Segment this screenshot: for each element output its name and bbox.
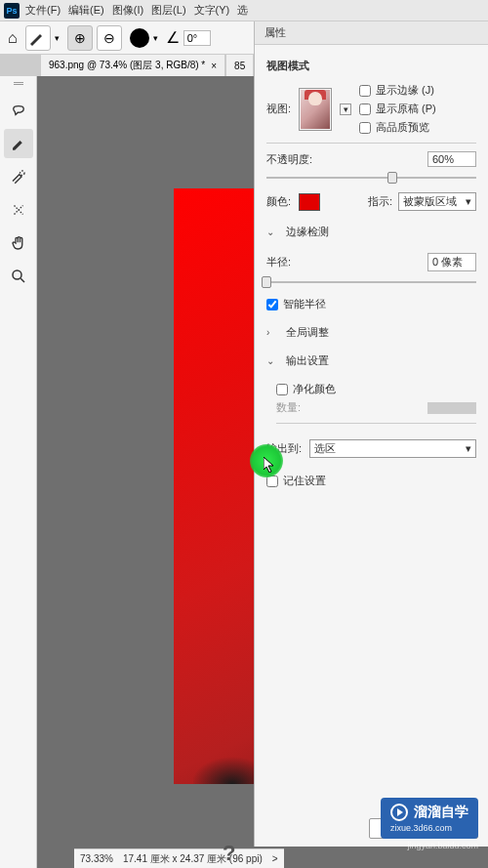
chevron-right-icon: › xyxy=(266,327,276,338)
subtract-mode-button[interactable]: ⊖ xyxy=(97,25,122,51)
output-to-label: 输出到: xyxy=(266,441,302,456)
section-edge-detection[interactable]: ⌄ 边缘检测 xyxy=(266,225,476,239)
chevron-right-icon[interactable]: > xyxy=(272,853,278,864)
tab-next[interactable]: 85 xyxy=(226,55,253,76)
radius-slider[interactable] xyxy=(266,275,476,289)
amount-label: 数量: xyxy=(276,400,301,415)
section-global-adjust[interactable]: › 全局调整 xyxy=(266,325,476,340)
checkbox-show-edges[interactable]: 显示边缘 (J) xyxy=(359,83,436,98)
angle-icon: ∠ xyxy=(166,28,180,47)
chevron-down-icon: ⌄ xyxy=(266,355,276,366)
view-thumbnail[interactable] xyxy=(299,88,332,131)
close-icon[interactable]: × xyxy=(211,61,217,71)
output-to-select[interactable]: 选区▾ xyxy=(309,439,476,458)
brush-tool[interactable] xyxy=(4,129,33,158)
chevron-down-icon: ▾ xyxy=(466,442,471,455)
watermark: 溜溜自学 zixue.3d66.com xyxy=(381,798,478,839)
radius-label: 半径: xyxy=(266,255,291,269)
doc-info: 17.41 厘米 x 24.37 厘米 (96 ppi) xyxy=(123,852,263,866)
properties-panel: 属性 视图模式 视图: ▾ 显示边缘 (J) 显示原稿 (P) 高品质预览 不透… xyxy=(254,21,488,847)
amount-bar xyxy=(427,402,476,414)
angle-input[interactable]: 0° xyxy=(183,30,211,46)
svg-point-1 xyxy=(13,270,21,279)
home-icon[interactable]: ⌂ xyxy=(8,29,18,47)
view-mode-title: 视图模式 xyxy=(266,59,476,73)
add-mode-button[interactable]: ⊕ xyxy=(67,25,93,51)
play-icon xyxy=(390,804,408,821)
hand-tool[interactable] xyxy=(4,228,33,258)
brush-size-preview[interactable] xyxy=(130,28,149,48)
color-label: 颜色: xyxy=(266,194,291,209)
menu-text[interactable]: 文字(Y) xyxy=(194,3,230,18)
view-label: 视图: xyxy=(266,102,291,116)
slider-thumb[interactable] xyxy=(387,172,397,184)
help-icon[interactable]: ? xyxy=(223,841,235,866)
menu-image[interactable]: 图像(I) xyxy=(112,3,143,18)
checkbox-smart-radius[interactable]: 智能半径 xyxy=(266,297,476,311)
toolbar-handle[interactable] xyxy=(14,82,23,88)
checkbox-show-original[interactable]: 显示原稿 (P) xyxy=(359,102,436,116)
indicate-label: 指示: xyxy=(368,194,392,209)
refine-tool[interactable] xyxy=(4,195,33,225)
left-toolbar xyxy=(0,76,37,868)
quick-select-tool[interactable] xyxy=(4,162,33,191)
zoom-tool[interactable] xyxy=(4,262,33,291)
tab-label: 85 xyxy=(234,61,245,71)
indicate-select[interactable]: 被蒙版区域▾ xyxy=(398,192,476,211)
panel-tab-properties[interactable]: 属性 xyxy=(255,21,488,45)
checkbox-remember[interactable]: 记住设置 xyxy=(266,474,476,488)
opacity-slider[interactable] xyxy=(266,171,476,185)
radius-input[interactable]: 0 像素 xyxy=(427,253,476,271)
menu-edit[interactable]: 编辑(E) xyxy=(68,3,104,18)
app-icon: Ps xyxy=(4,3,20,19)
menu-file[interactable]: 文件(F) xyxy=(25,3,61,18)
opacity-input[interactable]: 60% xyxy=(427,151,476,167)
dropdown-icon[interactable]: ▾ xyxy=(55,33,60,43)
svg-line-2 xyxy=(20,278,24,282)
checkbox-hq-preview[interactable]: 高品质预览 xyxy=(359,120,436,135)
lasso-tool[interactable] xyxy=(4,96,33,125)
menu-layer[interactable]: 图层(L) xyxy=(151,3,185,18)
chevron-down-icon: ⌄ xyxy=(266,227,276,237)
zoom-value[interactable]: 73.33% xyxy=(80,853,113,864)
brush-preset-picker[interactable] xyxy=(25,25,51,51)
slider-thumb[interactable] xyxy=(262,276,271,288)
menu-select[interactable]: 选 xyxy=(237,3,248,18)
section-output-settings[interactable]: ⌄ 输出设置 xyxy=(266,353,476,368)
chevron-down-icon: ▾ xyxy=(466,195,471,208)
view-dropdown[interactable]: ▾ xyxy=(340,103,351,115)
menubar: Ps 文件(F) 编辑(E) 图像(I) 图层(L) 文字(Y) 选 xyxy=(0,0,488,21)
opacity-label: 不透明度: xyxy=(266,152,312,167)
color-swatch[interactable] xyxy=(299,193,320,211)
tab-active[interactable]: 963.png @ 73.4% (图层 3, RGB/8) * × xyxy=(41,55,224,76)
statusbar: 73.33% 17.41 厘米 x 24.37 厘米 (96 ppi) > xyxy=(74,848,284,868)
credit-text: jingyan.baidu.com xyxy=(407,841,478,850)
dropdown-icon[interactable]: ▾ xyxy=(153,33,158,43)
tab-label: 963.png @ 73.4% (图层 3, RGB/8) * xyxy=(49,59,205,72)
svg-point-0 xyxy=(20,171,24,176)
checkbox-decontaminate[interactable]: 净化颜色 xyxy=(276,382,476,396)
